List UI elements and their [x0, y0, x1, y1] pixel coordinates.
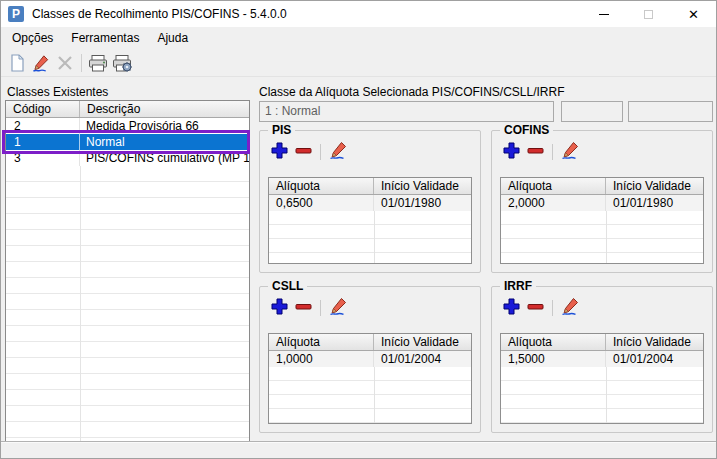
group-irrf: IRRF Alíquota Início Validade 1,5000 01/… — [491, 286, 713, 433]
cell-codigo: 1 — [6, 134, 80, 150]
empty-grid-rows — [501, 367, 703, 423]
empty-grid-rows — [269, 211, 471, 263]
table-row[interactable]: 3 PIS/COFINS cumulativo (MP 135) — [6, 150, 249, 166]
column-header-inicio-validade[interactable]: Início Validade — [374, 178, 471, 194]
aliquota-row[interactable]: 1,0000 01/01/2004 — [269, 351, 471, 367]
menu-ferramentas[interactable]: Ferramentas — [62, 27, 148, 49]
column-header-aliquota[interactable]: Alíquota — [269, 178, 374, 194]
aliquota-table: Alíquota Início Validade 2,0000 01/01/19… — [500, 177, 704, 264]
minimize-icon — [599, 14, 609, 15]
remove-aliquota-button[interactable] — [294, 297, 313, 320]
app-window: P Classes de Recolhimento PIS/COFINS - 5… — [0, 0, 717, 459]
cell-descricao: PIS/COFINS cumulativo (MP 135) — [80, 150, 249, 166]
cell-codigo: 2 — [6, 118, 80, 134]
group-toolbar — [270, 140, 349, 164]
column-header-inicio-validade[interactable]: Início Validade — [606, 178, 703, 194]
add-aliquota-button[interactable] — [502, 297, 521, 320]
plus-icon — [270, 141, 289, 160]
icon-separator — [320, 144, 321, 160]
minus-icon — [294, 297, 313, 316]
toolbar-separator — [81, 54, 82, 72]
app-logo-letter: P — [12, 7, 20, 21]
aliquota-table: Alíquota Início Validade 0,6500 01/01/19… — [268, 177, 472, 264]
add-aliquota-button[interactable] — [270, 141, 289, 164]
remove-aliquota-button[interactable] — [294, 141, 313, 164]
delete-x-icon — [55, 53, 75, 73]
group-pis: PIS Alíquota Início Validade 0,6500 01/0… — [259, 130, 481, 273]
column-header-aliquota[interactable]: Alíquota — [501, 334, 606, 350]
close-button[interactable]: ✕ — [671, 1, 716, 27]
cell-aliquota: 2,0000 — [501, 195, 606, 211]
icon-separator — [320, 300, 321, 316]
edit-record-button[interactable] — [29, 51, 53, 75]
print-button[interactable] — [86, 51, 110, 75]
minus-icon — [294, 141, 313, 160]
maximize-button[interactable] — [626, 1, 671, 27]
extra-field-2[interactable] — [628, 101, 713, 122]
group-cofins: COFINS Alíquota Início Validade 2,0000 0… — [491, 130, 713, 273]
remove-aliquota-button[interactable] — [526, 141, 545, 164]
edit-pencil-icon — [328, 296, 349, 316]
edit-aliquota-button[interactable] — [328, 140, 349, 164]
aliquota-row[interactable]: 1,5000 01/01/2004 — [501, 351, 703, 367]
group-csll: CSLL Alíquota Início Validade 1,0000 01/… — [259, 286, 481, 433]
classes-table: Código Descrição 2 Medida Provisória 66 … — [5, 100, 250, 444]
edit-aliquota-button[interactable] — [560, 296, 581, 320]
maximize-icon — [644, 10, 653, 19]
aliquota-table-header: Alíquota Início Validade — [269, 178, 471, 195]
selected-class-field[interactable]: 1 : Normal — [259, 101, 554, 122]
cell-descricao: Medida Provisória 66 — [80, 118, 249, 134]
minus-icon — [526, 141, 545, 160]
add-aliquota-button[interactable] — [502, 141, 521, 164]
cell-codigo: 3 — [6, 150, 80, 166]
group-title: COFINS — [500, 123, 553, 137]
edit-aliquota-button[interactable] — [560, 140, 581, 164]
cell-aliquota: 1,0000 — [269, 351, 374, 367]
aliquota-table-header: Alíquota Início Validade — [269, 334, 471, 351]
cell-aliquota: 1,5000 — [501, 351, 606, 367]
table-row-selected[interactable]: 1 Normal — [6, 134, 249, 150]
classes-existentes-label: Classes Existentes — [7, 85, 108, 99]
menu-opcoes[interactable]: Opções — [3, 27, 62, 49]
menu-bar: Opções Ferramentas Ajuda — [1, 27, 716, 49]
edit-pencil-icon — [31, 53, 51, 73]
cell-inicio-validade: 01/01/2004 — [374, 351, 471, 367]
menu-ajuda[interactable]: Ajuda — [148, 27, 197, 49]
empty-grid-rows — [6, 166, 249, 443]
cell-inicio-validade: 01/01/2004 — [606, 351, 703, 367]
new-record-button[interactable] — [5, 51, 29, 75]
cell-inicio-validade: 01/01/1980 — [606, 195, 703, 211]
close-icon: ✕ — [688, 7, 699, 22]
column-header-descricao[interactable]: Descrição — [80, 101, 249, 117]
edit-pencil-icon — [328, 140, 349, 160]
group-toolbar — [502, 296, 581, 320]
cell-inicio-validade: 01/01/1980 — [374, 195, 471, 211]
selected-class-label: Classe da Alíquota Selecionada PIS/COFIN… — [259, 85, 564, 99]
table-row[interactable]: 2 Medida Provisória 66 — [6, 118, 249, 134]
group-title: PIS — [268, 123, 295, 137]
column-header-codigo[interactable]: Código — [6, 101, 80, 117]
group-title: CSLL — [268, 279, 307, 293]
column-header-aliquota[interactable]: Alíquota — [501, 178, 606, 194]
edit-pencil-icon — [560, 296, 581, 316]
app-logo-icon: P — [8, 6, 24, 22]
extra-field-1[interactable] — [561, 101, 623, 122]
classes-table-header: Código Descrição — [6, 101, 249, 118]
column-header-inicio-validade[interactable]: Início Validade — [374, 334, 471, 350]
column-header-aliquota[interactable]: Alíquota — [269, 334, 374, 350]
toolbar — [1, 49, 716, 77]
aliquota-row[interactable]: 2,0000 01/01/1980 — [501, 195, 703, 211]
minimize-button[interactable] — [581, 1, 626, 27]
edit-aliquota-button[interactable] — [328, 296, 349, 320]
aliquota-table-header: Alíquota Início Validade — [501, 178, 703, 195]
aliquota-row[interactable]: 0,6500 01/01/1980 — [269, 195, 471, 211]
delete-record-button[interactable] — [53, 51, 77, 75]
column-header-inicio-validade[interactable]: Início Validade — [606, 334, 703, 350]
status-bar — [1, 441, 716, 458]
plus-icon — [270, 297, 289, 316]
remove-aliquota-button[interactable] — [526, 297, 545, 320]
print-settings-button[interactable] — [110, 51, 134, 75]
icon-separator — [552, 300, 553, 316]
add-aliquota-button[interactable] — [270, 297, 289, 320]
aliquota-table-header: Alíquota Início Validade — [501, 334, 703, 351]
